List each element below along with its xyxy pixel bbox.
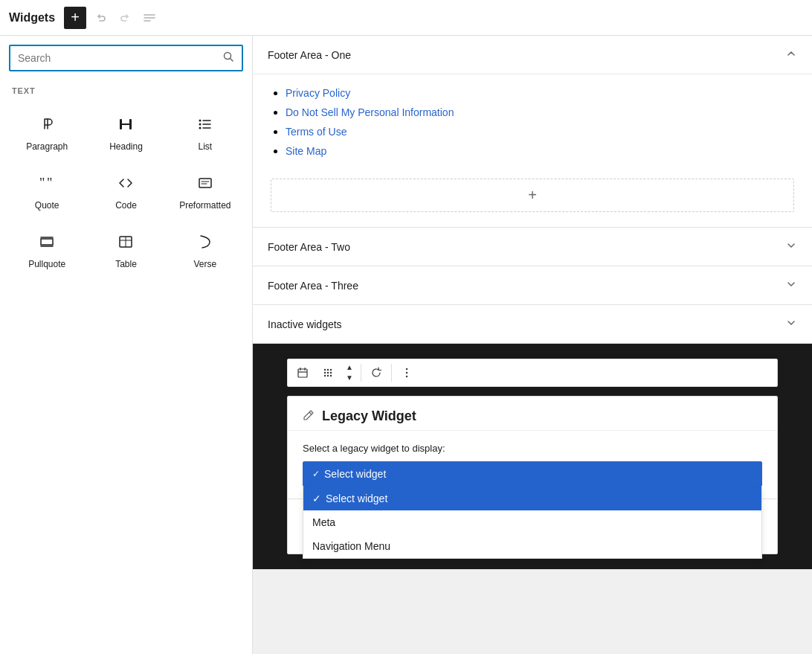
app-title: Widgets — [9, 11, 55, 25]
search-input[interactable] — [18, 52, 222, 64]
legacy-widget-body: Select a legacy widget to display: ✓ Sel… — [288, 431, 777, 498]
footer-area-three-title: Footer Area - Three — [268, 280, 358, 292]
preformatted-icon — [196, 174, 214, 196]
inactive-widgets-chevron — [785, 317, 797, 331]
floating-toolbar: ▲ ▼ — [287, 359, 778, 387]
toolbar-divider — [361, 364, 361, 382]
svg-point-33 — [324, 372, 326, 374]
dropdown-container: ✓ Select widget ✓Select widget Meta Navi… — [303, 461, 762, 487]
list-item: Do Not Sell My Personal Information — [286, 103, 794, 122]
svg-point-32 — [330, 369, 332, 371]
quote-icon: " " — [38, 174, 56, 196]
svg-point-13 — [199, 124, 201, 126]
footer-links: Privacy Policy Do Not Sell My Personal I… — [271, 83, 794, 161]
move-down-btn[interactable]: ▼ — [341, 373, 358, 383]
legacy-widget-card: Legacy Widget Select a legacy widget to … — [287, 396, 778, 554]
top-bar: Widgets + — [0, 0, 812, 36]
add-block-button-one[interactable]: + — [271, 179, 794, 212]
site-map-link[interactable]: Site Map — [286, 145, 326, 157]
svg-text:": " — [47, 176, 52, 190]
list-item: Site Map — [286, 141, 794, 161]
inactive-widgets-header[interactable]: Inactive widgets — [253, 305, 812, 343]
heading-label: Heading — [109, 141, 143, 152]
redo-button[interactable] — [116, 9, 134, 27]
widget-item-code[interactable]: Code — [88, 163, 164, 219]
footer-area-one-title: Footer Area - One — [268, 49, 351, 61]
menu-button[interactable] — [140, 8, 159, 28]
right-panel: Footer Area - One Privacy Policy Do Not … — [253, 36, 812, 654]
widget-item-table[interactable]: Table — [88, 222, 164, 278]
svg-rect-7 — [129, 119, 132, 129]
svg-point-35 — [330, 372, 332, 374]
table-icon — [117, 233, 135, 254]
legacy-widget-title: Legacy Widget — [322, 408, 416, 424]
footer-area-one: Footer Area - One Privacy Policy Do Not … — [253, 36, 812, 228]
inactive-widgets: Inactive widgets — [253, 305, 812, 344]
svg-point-38 — [330, 375, 332, 376]
footer-area-three-header[interactable]: Footer Area - Three — [253, 266, 812, 304]
footer-area-three-chevron — [785, 278, 797, 292]
svg-point-31 — [327, 369, 329, 371]
more-toolbar-btn[interactable] — [395, 362, 419, 383]
preformatted-label: Preformatted — [179, 200, 231, 211]
list-label: List — [198, 141, 212, 152]
dropdown-selected[interactable]: ✓ Select widget — [303, 461, 762, 487]
dropdown-option-nav-menu[interactable]: Navigation Menu — [303, 534, 761, 558]
undo-button[interactable] — [92, 9, 110, 27]
bottom-overlay: ▲ ▼ — [253, 344, 812, 569]
add-button[interactable]: + — [64, 7, 86, 29]
widget-item-heading[interactable]: Heading — [88, 104, 164, 160]
sidebar: TEXT Paragraph — [0, 36, 253, 654]
svg-rect-20 — [41, 239, 53, 245]
code-icon — [117, 174, 135, 196]
table-label: Table — [115, 259, 137, 269]
footer-area-two: Footer Area - Two — [253, 228, 812, 266]
widget-item-list[interactable]: List — [167, 104, 243, 160]
widget-item-preformatted[interactable]: Preformatted — [167, 163, 243, 219]
widget-item-verse[interactable]: Verse — [167, 222, 243, 278]
privacy-policy-link[interactable]: Privacy Policy — [286, 87, 350, 99]
footer-area-two-title: Footer Area - Two — [268, 241, 350, 253]
svg-rect-17 — [199, 179, 211, 187]
widget-item-paragraph[interactable]: Paragraph — [9, 104, 85, 160]
svg-point-14 — [199, 127, 201, 129]
terms-of-use-link[interactable]: Terms of Use — [286, 126, 347, 138]
select-label: Select a legacy widget to display: — [303, 443, 762, 454]
section-label-text: TEXT — [0, 80, 252, 98]
toolbar-divider-2 — [391, 364, 392, 382]
dropdown-option-meta[interactable]: Meta — [303, 510, 761, 534]
footer-area-two-header[interactable]: Footer Area - Two — [253, 228, 812, 266]
svg-point-39 — [406, 368, 407, 370]
svg-text:": " — [39, 176, 45, 190]
svg-point-34 — [327, 372, 329, 374]
pullquote-icon — [38, 233, 56, 254]
heading-icon — [117, 115, 135, 137]
verse-label: Verse — [193, 259, 216, 269]
quote-label: Quote — [35, 200, 59, 211]
grid-toolbar-btn[interactable] — [316, 362, 340, 383]
footer-area-one-header[interactable]: Footer Area - One — [253, 36, 812, 74]
footer-area-three: Footer Area - Three — [253, 266, 812, 305]
refresh-toolbar-btn[interactable] — [364, 362, 388, 383]
dropdown-option-select[interactable]: ✓Select widget — [303, 487, 761, 510]
svg-point-12 — [199, 120, 201, 122]
widget-item-quote[interactable]: " " Quote — [9, 163, 85, 219]
do-not-sell-link[interactable]: Do Not Sell My Personal Information — [286, 106, 454, 118]
dropdown-selected-text: Select widget — [324, 468, 386, 480]
svg-rect-6 — [120, 119, 122, 129]
move-up-btn[interactable]: ▲ — [341, 362, 358, 373]
widget-grid-text: Paragraph Heading — [0, 98, 252, 283]
code-label: Code — [115, 200, 137, 211]
svg-point-37 — [327, 375, 329, 376]
pencil-icon — [303, 409, 315, 424]
svg-rect-8 — [122, 124, 129, 125]
widget-item-pullquote[interactable]: Pullquote — [9, 222, 85, 278]
paragraph-icon — [38, 115, 56, 137]
svg-point-40 — [406, 372, 407, 374]
calendar-toolbar-btn[interactable] — [291, 362, 315, 383]
svg-line-4 — [231, 59, 233, 62]
pullquote-label: Pullquote — [28, 259, 65, 269]
legacy-widget-header: Legacy Widget — [288, 397, 777, 431]
paragraph-label: Paragraph — [26, 141, 68, 152]
svg-point-36 — [324, 375, 326, 376]
